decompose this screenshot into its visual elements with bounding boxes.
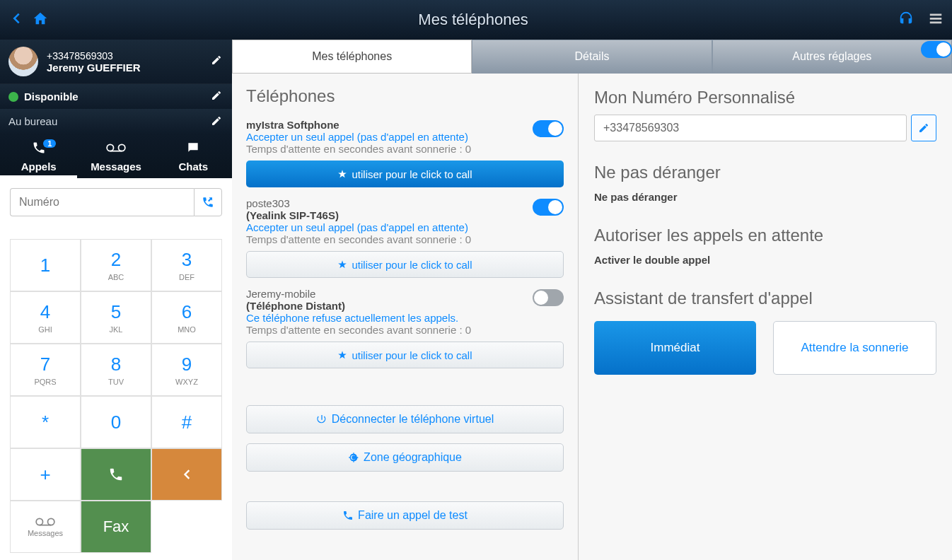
call-button[interactable] bbox=[81, 448, 151, 501]
edit-user-icon[interactable] bbox=[211, 54, 222, 69]
svg-point-1 bbox=[118, 144, 124, 151]
back-icon[interactable] bbox=[8, 11, 24, 29]
key-#[interactable]: # bbox=[151, 396, 222, 448]
status-label: Disponible bbox=[24, 91, 79, 103]
edit-pnum-button[interactable] bbox=[911, 115, 936, 141]
phone-icon bbox=[0, 141, 77, 158]
assist-title: Assistant de transfert d'appel bbox=[594, 288, 936, 308]
tab-messages-label: Messages bbox=[77, 161, 154, 173]
phone-item: poste303(Yealink SIP-T46S)Accepter un se… bbox=[232, 194, 578, 285]
key-5[interactable]: 5JKL bbox=[81, 291, 151, 344]
key-*[interactable]: * bbox=[10, 396, 81, 448]
phones-title: Téléphones bbox=[246, 86, 564, 106]
waiting-title: Autoriser les appels en attente bbox=[594, 226, 936, 245]
number-input[interactable] bbox=[10, 188, 194, 216]
ptab-details[interactable]: Détails bbox=[472, 40, 712, 74]
home-icon[interactable] bbox=[33, 11, 48, 29]
test-call-button[interactable]: Faire un appel de test bbox=[246, 501, 564, 530]
key-plus[interactable]: + bbox=[10, 448, 81, 501]
click-to-call-button[interactable]: utiliser pour le click to call bbox=[246, 251, 564, 278]
assist-ring-label: Attendre la sonnerie bbox=[801, 341, 908, 355]
user-box: +33478569303 Jeremy GUEFFIER bbox=[0, 40, 232, 83]
voicemail-button[interactable]: Messages bbox=[10, 501, 81, 553]
svg-point-3 bbox=[36, 518, 42, 525]
svg-point-0 bbox=[107, 144, 113, 151]
phone-item: Jeremy-mobile(Téléphone Distant)Ce télép… bbox=[232, 285, 578, 375]
ptab-other-label: Autres réglages bbox=[792, 50, 871, 63]
settings-panel: Mon Numéro Personnalisé Ne pas déranger … bbox=[579, 74, 952, 560]
geo-button[interactable]: Zone géographique bbox=[246, 443, 564, 472]
sidebar: +33478569303 Jeremy GUEFFIER Disponible … bbox=[0, 40, 232, 560]
location-row[interactable]: Au bureau bbox=[0, 109, 232, 134]
ptab-details-label: Détails bbox=[575, 50, 610, 63]
phone-toggle[interactable] bbox=[533, 120, 564, 137]
user-phone: +33478569303 bbox=[47, 50, 141, 62]
dnd-label: Ne pas déranger bbox=[594, 191, 678, 203]
tab-chats[interactable]: Chats bbox=[155, 134, 232, 178]
sidebar-tabs: 1 Appels Messages Chats bbox=[0, 134, 232, 178]
test-label: Faire un appel de test bbox=[358, 509, 468, 522]
ptab-other[interactable]: Autres réglages bbox=[712, 40, 952, 74]
tab-chats-label: Chats bbox=[155, 161, 232, 173]
key-3[interactable]: 3DEF bbox=[151, 239, 222, 291]
edit-location-icon[interactable] bbox=[211, 115, 222, 129]
page-title: Mes téléphones bbox=[418, 11, 528, 29]
disconnect-label: Déconnecter le téléphone virtuel bbox=[332, 413, 494, 426]
waiting-toggle[interactable] bbox=[921, 41, 952, 58]
geo-label: Zone géographique bbox=[364, 451, 462, 464]
avatar[interactable] bbox=[8, 47, 38, 76]
ptab-phones-label: Mes téléphones bbox=[312, 50, 392, 63]
key-9[interactable]: 9WXYZ bbox=[151, 344, 222, 396]
calls-badge: 1 bbox=[43, 139, 56, 148]
tab-calls[interactable]: 1 Appels bbox=[0, 134, 77, 178]
click-to-call-button[interactable]: utiliser pour le click to call bbox=[246, 342, 564, 368]
edit-status-icon[interactable] bbox=[211, 90, 222, 103]
dialpad: 12ABC3DEF4GHI5JKL6MNO7PQRS8TUV9WXYZ*0#+M… bbox=[10, 239, 222, 553]
dnd-title: Ne pas déranger bbox=[594, 163, 936, 182]
voicemail-icon bbox=[77, 141, 154, 158]
backspace-button[interactable] bbox=[151, 448, 222, 501]
tab-messages[interactable]: Messages bbox=[77, 134, 154, 178]
status-online-icon bbox=[8, 92, 18, 102]
phone-toggle[interactable] bbox=[533, 199, 564, 216]
personal-number-input[interactable] bbox=[594, 115, 907, 141]
phone-toggle[interactable] bbox=[533, 289, 564, 306]
tab-calls-label: Appels bbox=[0, 161, 77, 173]
menu-icon[interactable] bbox=[928, 11, 944, 29]
dial-from-input-button[interactable] bbox=[194, 188, 222, 216]
location-label: Au bureau bbox=[8, 115, 57, 127]
status-row[interactable]: Disponible bbox=[0, 83, 232, 109]
headset-icon[interactable] bbox=[898, 11, 914, 29]
user-name: Jeremy GUEFFIER bbox=[47, 62, 141, 74]
pnum-title: Mon Numéro Personnalisé bbox=[594, 88, 936, 107]
assist-ring-button[interactable]: Attendre la sonnerie bbox=[773, 321, 936, 375]
chat-icon bbox=[155, 141, 232, 158]
key-8[interactable]: 8TUV bbox=[81, 344, 151, 396]
topbar: Mes téléphones bbox=[0, 0, 952, 40]
waiting-label: Activer le double appel bbox=[594, 254, 710, 266]
key-4[interactable]: 4GHI bbox=[10, 291, 81, 344]
key-0[interactable]: 0 bbox=[81, 396, 151, 448]
click-to-call-button[interactable]: utiliser pour le click to call bbox=[246, 161, 564, 187]
key-6[interactable]: 6MNO bbox=[151, 291, 222, 344]
key-1[interactable]: 1 bbox=[10, 239, 81, 291]
assist-immediate-label: Immédiat bbox=[651, 341, 700, 355]
main-panel: Mes téléphones Détails Autres réglages T… bbox=[232, 40, 952, 560]
disconnect-button[interactable]: Déconnecter le téléphone virtuel bbox=[246, 405, 564, 433]
svg-point-4 bbox=[48, 518, 54, 525]
fax-button[interactable]: Fax bbox=[81, 501, 151, 553]
assist-immediate-button[interactable]: Immédiat bbox=[594, 321, 756, 375]
panel-tabs: Mes téléphones Détails Autres réglages bbox=[232, 40, 952, 74]
phones-panel: Téléphones myIstra SoftphoneAccepter un … bbox=[232, 74, 579, 560]
key-2[interactable]: 2ABC bbox=[81, 239, 151, 291]
ptab-phones[interactable]: Mes téléphones bbox=[232, 40, 472, 74]
key-7[interactable]: 7PQRS bbox=[10, 344, 81, 396]
phone-item: myIstra SoftphoneAccepter un seul appel … bbox=[232, 116, 578, 194]
